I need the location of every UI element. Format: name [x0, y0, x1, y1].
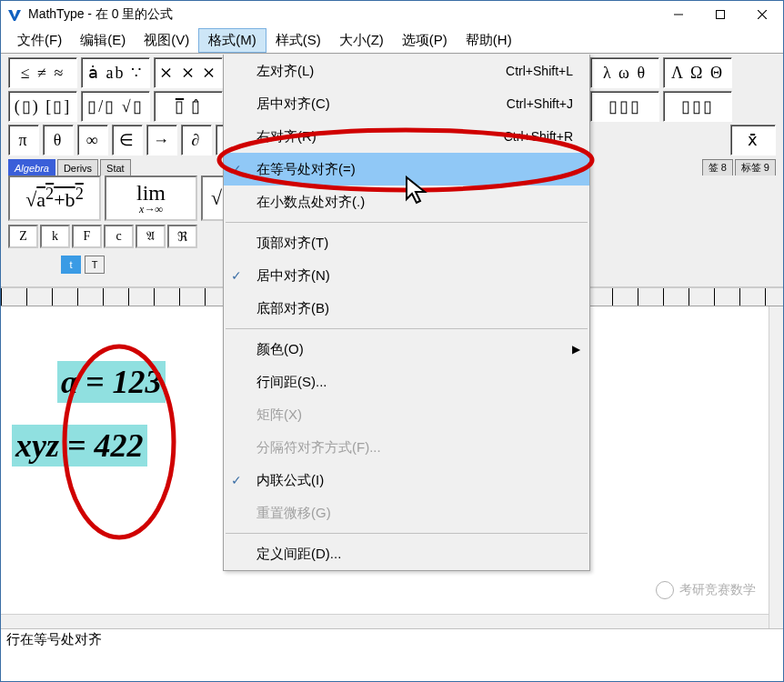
template-accent[interactable]: ▯̅ ▯̂ — [154, 91, 223, 122]
menu-align-left-shortcut: Ctrl+Shift+L — [506, 64, 573, 78]
menu-valign-top-label: 顶部对齐(T) — [256, 235, 328, 252]
horizontal-scrollbar[interactable] — [1, 614, 769, 628]
menu-matrix: 矩阵(X) — [224, 398, 589, 431]
menu-matrix-label: 矩阵(X) — [256, 406, 302, 424]
menu-align-left[interactable]: 左对齐(L) Ctrl+Shift+L — [224, 55, 589, 87]
menu-help[interactable]: 帮助(H) — [457, 28, 521, 53]
palette-greek-upper[interactable]: Λ Ω Θ — [663, 57, 732, 88]
menu-format[interactable]: 格式(M) — [198, 28, 266, 53]
small-k[interactable]: k — [40, 225, 70, 248]
tab-algebra[interactable]: Algebra — [8, 159, 55, 176]
menu-align-left-label: 左对齐(L) — [256, 63, 314, 80]
check-icon: ✓ — [231, 162, 242, 176]
menu-define-spacing[interactable]: 定义间距(D)... — [224, 537, 589, 570]
equation-line-2[interactable]: xyz = 422 — [12, 425, 147, 466]
menu-options[interactable]: 选项(P) — [393, 28, 457, 53]
menu-separator — [226, 533, 588, 534]
format-size-large[interactable]: T — [85, 256, 105, 274]
menu-align-decimal[interactable]: 在小数点处对齐(.) — [224, 186, 589, 218]
tab-derivs[interactable]: Derivs — [57, 159, 98, 176]
template-grid[interactable]: ▯▯▯ — [663, 91, 732, 122]
small-z[interactable]: Z — [8, 225, 38, 248]
tab-label8[interactable]: 签 8 — [702, 159, 733, 176]
palette-decor[interactable]: ȧ ab ∵ — [81, 57, 150, 88]
menu-edit[interactable]: 编辑(E) — [71, 28, 135, 53]
close-button[interactable] — [741, 1, 783, 28]
palette-greek-lower[interactable]: λ ω θ — [590, 57, 659, 88]
big-template-pythag[interactable]: √a2+b2 — [8, 176, 101, 221]
menu-linespacing-label: 行间距(S)... — [256, 374, 327, 391]
small-f[interactable]: F — [72, 225, 102, 248]
sym-theta[interactable]: θ — [43, 125, 74, 155]
menu-align-equals-label: 在等号处对齐(=) — [256, 161, 356, 178]
status-bar: 行在等号处对齐 — [1, 628, 783, 650]
menu-separator — [226, 222, 588, 223]
menu-style[interactable]: 样式(S) — [266, 28, 330, 53]
sym-infinity[interactable]: ∞ — [77, 125, 108, 155]
template-matrix[interactable]: ▯▯▯ — [590, 91, 659, 122]
format-size-small[interactable]: t — [61, 256, 81, 274]
menu-separator — [226, 328, 588, 329]
menu-fence-align-label: 分隔符对齐方式(F)... — [256, 439, 381, 456]
minimize-button[interactable] — [658, 1, 699, 28]
template-frac-root[interactable]: ▯/▯ √▯ — [81, 91, 150, 122]
sym-align[interactable]: x̄ — [730, 125, 776, 155]
equation-line-1[interactable]: a = 123 — [57, 361, 166, 403]
small-c[interactable]: c — [104, 225, 134, 248]
menu-align-right-shortcut: Ctrl+Shift+R — [504, 129, 573, 144]
menu-fence-align: 分隔符对齐方式(F)... — [224, 431, 589, 464]
menu-align-center-shortcut: Ctrl+Shift+J — [507, 96, 573, 111]
menu-color-label: 颜色(O) — [256, 341, 304, 358]
check-icon: ✓ — [231, 473, 242, 487]
menu-linespacing[interactable]: 行间距(S)... — [224, 366, 589, 398]
big-template-lim[interactable]: lim x→∞ — [105, 176, 197, 221]
window-title: MathType - 在 0 里的公式 — [28, 6, 173, 23]
tab-label9[interactable]: 标签 9 — [735, 159, 776, 176]
menu-view[interactable]: 视图(V) — [135, 28, 198, 53]
submenu-arrow-icon: ▶ — [572, 343, 580, 356]
menu-inline-label: 内联公式(I) — [256, 472, 324, 489]
menu-align-center[interactable]: 居中对齐(C) Ctrl+Shift+J — [224, 87, 589, 120]
menu-valign-top[interactable]: 顶部对齐(T) — [224, 226, 589, 259]
format-menu-panel: 左对齐(L) Ctrl+Shift+L 居中对齐(C) Ctrl+Shift+J… — [223, 55, 590, 571]
vertical-scrollbar[interactable] — [769, 306, 783, 628]
watermark: 考研竞赛数学 — [656, 581, 756, 599]
menu-align-right[interactable]: 右对齐(R) Ctrl+Shift+R — [224, 120, 589, 153]
menu-define-spacing-label: 定义间距(D)... — [256, 546, 341, 563]
sym-arrow[interactable]: → — [146, 125, 177, 155]
menu-valign-center[interactable]: ✓ 居中对齐(N) — [224, 259, 589, 292]
menu-align-right-label: 右对齐(R) — [256, 128, 317, 145]
tab-stat[interactable]: Stat — [100, 159, 131, 176]
watermark-text: 考研竞赛数学 — [679, 582, 756, 598]
menu-align-decimal-label: 在小数点处对齐(.) — [256, 194, 365, 211]
palette-spaces[interactable]: ⨯ ⨯ ⨯ — [154, 57, 223, 88]
palette-relations[interactable]: ≤ ≠ ≈ — [8, 57, 77, 88]
maximize-button[interactable] — [699, 1, 741, 28]
menu-align-center-label: 居中对齐(C) — [256, 95, 330, 113]
small-re[interactable]: ℜ — [167, 225, 197, 248]
sym-pi[interactable]: π — [8, 125, 39, 155]
menu-size[interactable]: 大小(Z) — [330, 28, 393, 53]
watermark-icon — [656, 581, 674, 599]
check-icon: ✓ — [231, 268, 242, 283]
menu-reset-nudge: 重置微移(G) — [224, 496, 589, 529]
status-text: 行在等号处对齐 — [6, 631, 102, 648]
small-frak-a[interactable]: 𝔄 — [136, 225, 166, 248]
svg-rect-1 — [717, 11, 725, 19]
sym-partial[interactable]: ∂ — [181, 125, 212, 155]
menu-color[interactable]: 颜色(O) ▶ — [224, 333, 589, 366]
menu-align-equals[interactable]: ✓ 在等号处对齐(=) — [224, 153, 589, 186]
menubar: 文件(F) 编辑(E) 视图(V) 格式(M) 样式(S) 大小(Z) 选项(P… — [1, 28, 783, 54]
menu-file[interactable]: 文件(F) — [8, 28, 71, 53]
menu-valign-bottom[interactable]: 底部对齐(B) — [224, 292, 589, 325]
app-icon — [6, 6, 23, 23]
menu-valign-bottom-label: 底部对齐(B) — [256, 300, 329, 317]
template-fences[interactable]: (▯) [▯] — [8, 91, 77, 122]
menu-reset-nudge-label: 重置微移(G) — [256, 505, 331, 522]
sym-in[interactable]: ∈ — [112, 125, 143, 155]
menu-valign-center-label: 居中对齐(N) — [256, 267, 330, 285]
menu-inline[interactable]: ✓ 内联公式(I) — [224, 464, 589, 496]
